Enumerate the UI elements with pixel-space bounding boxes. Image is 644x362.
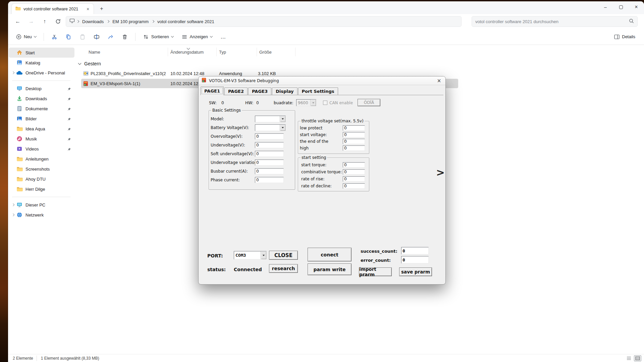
dialog-close-icon[interactable]: × — [435, 77, 443, 84]
refresh-button[interactable] — [52, 16, 64, 26]
search-input[interactable] — [475, 19, 629, 24]
sidebar-item-anleitungen[interactable]: Anleitungen — [9, 154, 74, 164]
start-torque-input[interactable] — [343, 162, 365, 168]
sidebar-item-desktop[interactable]: Desktop — [9, 83, 74, 94]
column-header-name[interactable]: Name — [76, 48, 168, 56]
sidebar-item-screenshots[interactable]: Screenshots — [9, 164, 74, 174]
tab-page2[interactable]: PAGE2 — [224, 87, 248, 95]
command-bar: Neu Sortieren Anzeigen — [8, 29, 644, 45]
chevron-down-icon[interactable] — [78, 62, 82, 65]
sidebar-item-ahoy-dtu[interactable]: Ahoy DTU — [9, 174, 74, 184]
column-header-date[interactable]: Änderungsdatum — [168, 48, 217, 56]
up-button[interactable]: ↑ — [39, 16, 50, 26]
can-enable-checkbox[interactable] — [323, 101, 327, 105]
undervoltage-variation-input[interactable] — [255, 160, 284, 166]
chevron-down-icon — [310, 100, 316, 106]
maximize-button[interactable] — [613, 1, 629, 13]
end-of-the-input[interactable] — [343, 139, 365, 144]
tab-page3[interactable]: PAGE3 — [248, 87, 271, 95]
breadcrumb[interactable]: Downloads EM 100 programm votol controll… — [66, 16, 462, 27]
search-icon[interactable] — [629, 18, 634, 25]
trash-icon — [122, 34, 128, 40]
port-select[interactable]: COM3 — [234, 251, 267, 259]
chevron-right-icon[interactable] — [12, 71, 14, 74]
combinative-torque-input[interactable] — [343, 169, 365, 175]
basic-settings-legend: Basic Settings — [211, 108, 242, 113]
new-tab-button[interactable]: + — [97, 5, 106, 13]
tab-display[interactable]: Display — [272, 87, 298, 95]
cut-button[interactable] — [48, 31, 61, 43]
sidebar-item-label: Musik — [25, 136, 37, 141]
sidebar-item-musik[interactable]: Musik — [9, 134, 74, 144]
dialog-title-bar[interactable]: VOTOL-EM-V3 Software Debugging × — [199, 76, 445, 85]
tab-close-icon[interactable]: × — [85, 6, 91, 12]
research-button[interactable]: research — [269, 264, 298, 273]
tab-page1[interactable]: PAGE1 — [201, 86, 224, 95]
end-of-the-label: the end of the — [300, 139, 343, 144]
back-button[interactable]: ← — [12, 16, 23, 26]
sidebar-item-dokumente[interactable]: Dokumente — [9, 104, 74, 114]
odia-button[interactable]: ÖDÏÄ — [358, 99, 380, 106]
sidebar-item-idea-aqua[interactable]: Idea Aqua — [9, 124, 74, 134]
baudrate-select[interactable]: 9600 — [296, 99, 316, 106]
breadcrumb-em100[interactable]: EM 100 programm — [111, 18, 150, 25]
save-param-button[interactable]: save prarm — [399, 267, 432, 276]
rename-button[interactable] — [90, 31, 103, 43]
soft-undervoltage-input[interactable] — [255, 151, 284, 157]
phase-current-input[interactable] — [255, 177, 284, 183]
pc-icon — [15, 202, 23, 208]
minimize-button[interactable]: – — [598, 1, 613, 13]
sidebar-item-label: Netzwerk — [25, 213, 44, 218]
next-page-arrow[interactable]: > — [436, 166, 445, 178]
list-view-button[interactable] — [625, 355, 633, 361]
explorer-tab[interactable]: votol controller software 2021 × — [11, 3, 94, 14]
sidebar-item-herr-dilge[interactable]: Herr Dilge — [9, 184, 74, 194]
sidebar-item-katalog[interactable]: Katalog — [9, 58, 74, 68]
chevron-right-icon[interactable] — [12, 203, 14, 206]
copy-button[interactable] — [62, 31, 75, 43]
share-button[interactable] — [104, 31, 117, 43]
more-button[interactable]: … — [217, 31, 230, 43]
sidebar-item-dieser-pc[interactable]: Dieser PC — [9, 200, 74, 210]
sidebar-item-onedrive[interactable]: OneDrive - Personal — [9, 68, 74, 78]
toolbar-divider — [44, 33, 44, 41]
column-header-size[interactable]: Größe — [257, 48, 296, 56]
details-view-button[interactable] — [634, 355, 641, 361]
busbar-current-input[interactable] — [255, 168, 284, 174]
connect-button[interactable]: conect — [308, 248, 352, 261]
success-count-input[interactable] — [401, 247, 429, 254]
close-port-button[interactable]: CLOSE — [269, 251, 298, 260]
new-button[interactable]: Neu — [13, 31, 40, 43]
group-header-gestern[interactable]: Gestern — [76, 59, 644, 68]
error-count-input[interactable] — [401, 256, 429, 263]
breadcrumb-downloads[interactable]: Downloads — [81, 18, 105, 25]
sort-button[interactable]: Sortieren — [140, 31, 177, 43]
view-button[interactable]: Anzeigen — [178, 31, 216, 43]
sidebar-item-start[interactable]: Start — [9, 48, 74, 58]
high-input[interactable] — [343, 145, 365, 151]
low-protect-input[interactable] — [343, 125, 365, 131]
details-toggle[interactable]: Details — [611, 31, 639, 43]
column-header-type[interactable]: Typ — [217, 48, 257, 56]
rate-of-rise-input[interactable] — [343, 176, 365, 182]
undervoltage-input[interactable] — [255, 142, 284, 148]
paste-button[interactable] — [76, 31, 89, 43]
tab-port-settings[interactable]: Port Settings — [298, 87, 338, 95]
rate-of-decline-input[interactable] — [343, 183, 365, 189]
delete-button[interactable] — [118, 31, 131, 43]
sidebar-item-videos[interactable]: Videos — [9, 144, 74, 154]
start-voltage-input[interactable] — [343, 132, 365, 137]
chevron-down-icon — [34, 35, 37, 38]
import-param-button[interactable]: import prarm — [359, 267, 392, 276]
breadcrumb-current[interactable]: votol controller software 2021 — [156, 18, 216, 25]
forward-button[interactable]: → — [25, 16, 37, 26]
sidebar-item-netzwerk[interactable]: Netzwerk — [9, 210, 74, 220]
close-button[interactable]: × — [629, 1, 644, 13]
model-select[interactable] — [255, 116, 286, 122]
param-write-button[interactable]: param write — [308, 263, 352, 275]
battery-voltage-select[interactable] — [255, 124, 286, 131]
chevron-right-icon[interactable] — [12, 214, 14, 216]
sidebar-item-bilder[interactable]: Bilder — [9, 114, 74, 124]
sidebar-item-downloads[interactable]: Downloads — [9, 94, 74, 104]
overvoltage-input[interactable] — [255, 133, 284, 139]
